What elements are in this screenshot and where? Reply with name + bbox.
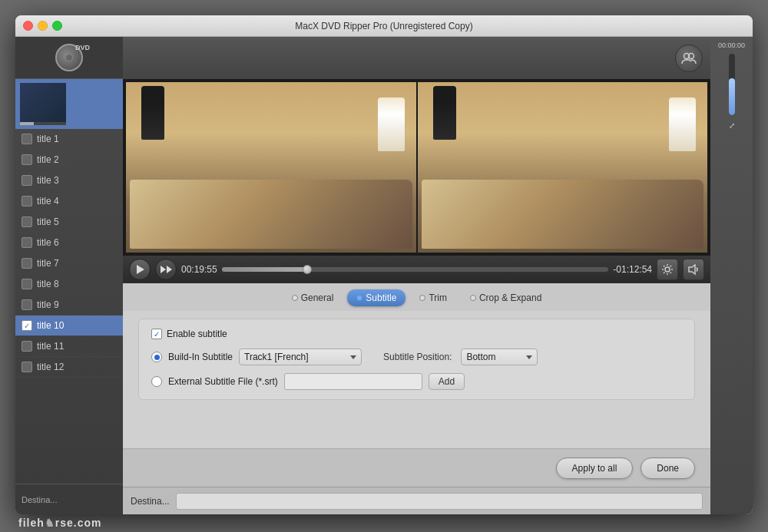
scene-figure-2 — [378, 97, 405, 151]
video-scene-left — [126, 82, 416, 253]
title-checkbox-title-9[interactable] — [22, 299, 32, 310]
enable-subtitle-checkbox[interactable] — [151, 329, 162, 339]
sidebar-item-title-6[interactable]: title 6 — [15, 233, 123, 253]
bottom-bar: Apply to all Done — [123, 448, 710, 487]
tab-trim[interactable]: Trim — [410, 289, 456, 306]
subtitle-type-group: Build-In Subtitle Track1 [French] Subtit… — [151, 349, 682, 390]
right-panel: 00:19:55 -01:12:54 — [123, 37, 710, 514]
right-mini-panel: 00:00:00 ⤢ — [710, 37, 753, 514]
minimize-button[interactable] — [38, 21, 48, 31]
title-checkbox-title-6[interactable] — [22, 237, 32, 248]
expand-button[interactable]: ⤢ — [727, 120, 737, 131]
sidebar-item-title-11[interactable]: title 11 — [15, 336, 123, 357]
maximize-button[interactable] — [52, 21, 62, 31]
svg-marker-3 — [689, 265, 695, 274]
fast-forward-button[interactable] — [155, 259, 177, 280]
title-label-title-1: title 1 — [37, 134, 59, 144]
subtitle-settings-section: Enable subtitle Build-In Subtitle Track1… — [138, 319, 695, 400]
sidebar-bottom: Destina... — [15, 484, 123, 514]
close-button[interactable] — [23, 21, 33, 31]
dest-label: Destina... — [131, 496, 170, 507]
title-checkbox-title-7[interactable] — [22, 258, 32, 269]
builtin-subtitle-radio[interactable] — [151, 352, 162, 362]
sidebar-item-title-12[interactable]: title 12 — [15, 357, 123, 378]
enable-subtitle-row: Enable subtitle — [151, 329, 682, 339]
video-area — [123, 79, 710, 256]
enable-subtitle-label[interactable]: Enable subtitle — [151, 329, 227, 339]
track-dropdown-value: Track1 [French] — [244, 352, 309, 362]
title-checkbox-title-4[interactable] — [22, 196, 32, 207]
progress-thumb[interactable] — [303, 265, 312, 274]
tab-subtitle[interactable]: Subtitle — [347, 289, 406, 306]
settings-icon-btn[interactable] — [657, 259, 678, 280]
title-checkbox-title-12[interactable] — [22, 362, 32, 372]
sidebar-item-title-5[interactable]: title 5 — [15, 212, 123, 233]
play-button[interactable] — [129, 259, 151, 280]
volume-icon-btn[interactable] — [683, 259, 704, 280]
position-text: Subtitle Position: — [383, 352, 452, 362]
controls-bar: 00:19:55 -01:12:54 — [123, 256, 710, 283]
toolbar-icon[interactable] — [675, 45, 703, 72]
title-checkbox-title-2[interactable] — [22, 154, 32, 165]
tab-general[interactable]: General — [283, 289, 343, 306]
tab-label-trim: Trim — [429, 292, 447, 303]
title-checkbox-title-3[interactable] — [22, 175, 32, 186]
time-current: 00:19:55 — [181, 264, 217, 275]
sidebar-item-title-2[interactable]: title 2 — [15, 150, 123, 170]
destination-input[interactable] — [176, 493, 703, 510]
destination-bar: Destina... — [123, 487, 710, 514]
sidebar-item-title-8[interactable]: title 8 — [15, 274, 123, 295]
settings-icon — [661, 263, 674, 276]
sidebar-item-title-3[interactable]: title 3 — [15, 170, 123, 191]
video-panel-right — [418, 82, 708, 253]
main-body: DVD title 1title 2title 3title 4title 5t… — [15, 37, 753, 514]
sidebar-item-title-9[interactable]: title 9 — [15, 295, 123, 316]
sidebar-header: DVD — [15, 37, 123, 79]
title-label-title-6: title 6 — [37, 237, 59, 248]
thumbnail-progress-bar — [20, 122, 66, 125]
tabs-bar: GeneralSubtitleTrimCrop & Expand — [123, 283, 710, 311]
scene-car-r — [422, 180, 704, 249]
title-checkbox-title-8[interactable] — [22, 279, 32, 289]
enable-subtitle-text: Enable subtitle — [167, 329, 227, 339]
sidebar-item-title-7[interactable]: title 7 — [15, 253, 123, 274]
sidebar-item-title-10[interactable]: title 10 — [15, 316, 123, 336]
add-subtitle-button[interactable]: Add — [429, 373, 465, 390]
external-subtitle-radio[interactable] — [151, 376, 162, 387]
window-controls — [23, 21, 62, 31]
external-subtitle-row: External Subtitle File (*.srt) Add — [151, 373, 682, 390]
title-label-title-8: title 8 — [37, 279, 59, 289]
track-dropdown[interactable]: Track1 [French] — [239, 349, 362, 365]
builtin-subtitle-row: Build-In Subtitle Track1 [French] Subtit… — [151, 349, 682, 365]
tab-crop-expand[interactable]: Crop & Expand — [461, 289, 551, 306]
title-checkbox-title-1[interactable] — [22, 134, 32, 144]
scene-car — [130, 180, 412, 249]
sidebar-item-title-4[interactable]: title 4 — [15, 191, 123, 212]
featured-title-item[interactable] — [15, 79, 123, 129]
tab-label-general: General — [301, 292, 334, 303]
done-button[interactable]: Done — [641, 458, 695, 479]
track-dropdown-arrow — [350, 355, 356, 359]
tab-label-subtitle: Subtitle — [366, 292, 396, 303]
progress-bar[interactable] — [222, 267, 609, 272]
external-subtitle-input[interactable] — [284, 373, 422, 390]
position-dropdown[interactable]: Bottom — [461, 349, 538, 365]
svg-point-2 — [665, 267, 670, 272]
title-label-title-11: title 11 — [37, 341, 64, 352]
play-icon — [137, 265, 144, 274]
sidebar-item-title-1[interactable]: title 1 — [15, 129, 123, 150]
title-checkbox-title-11[interactable] — [22, 341, 32, 352]
title-label-title-2: title 2 — [37, 154, 59, 165]
title-label-title-3: title 3 — [37, 175, 59, 186]
title-checkbox-title-5[interactable] — [22, 216, 32, 227]
window-title: MacX DVD Ripper Pro (Unregistered Copy) — [295, 21, 472, 31]
dvd-hole — [65, 54, 73, 61]
top-toolbar — [123, 37, 710, 79]
apply-to-all-button[interactable]: Apply to all — [556, 458, 634, 479]
tab-dot-trim — [419, 295, 425, 301]
progress-fill — [222, 267, 307, 272]
fast-forward-icon — [161, 266, 172, 273]
mini-progress-bar — [729, 54, 735, 115]
title-label-title-5: title 5 — [37, 216, 59, 227]
title-checkbox-title-10[interactable] — [22, 320, 32, 331]
